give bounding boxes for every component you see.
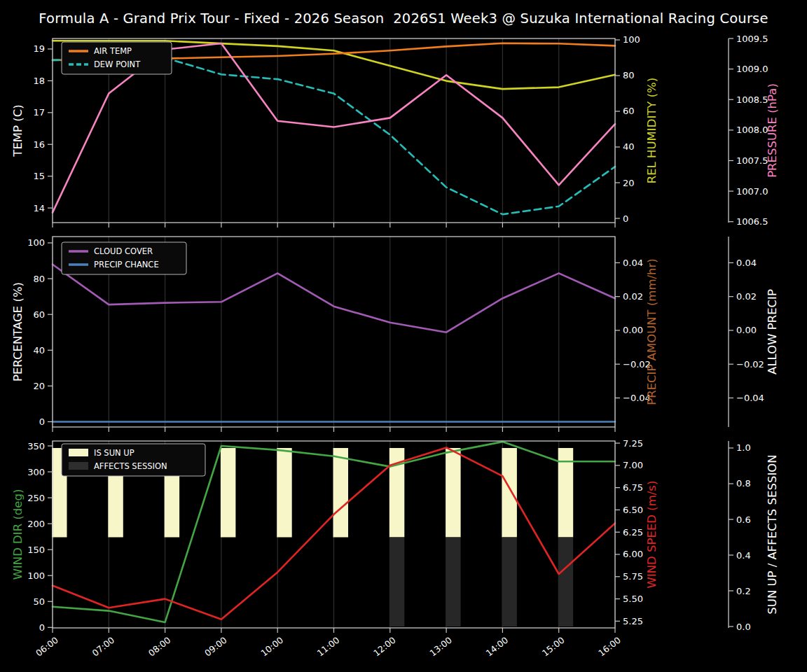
tick-label: 19 xyxy=(33,43,45,54)
tick-label: 80 xyxy=(623,70,635,80)
axis-label: WIND DIR (deg) xyxy=(11,489,25,580)
is-sun-up-bar xyxy=(221,448,236,538)
tick-label: 100 xyxy=(623,34,640,45)
tick-label: 5.25 xyxy=(623,616,643,626)
tick-label: 1.0 xyxy=(736,442,751,453)
tick-label: 17 xyxy=(33,107,45,118)
tick-label: 16 xyxy=(33,139,45,150)
x-tick-label: 08:00 xyxy=(146,635,173,659)
tick-label: 0.4 xyxy=(736,550,751,561)
tick-label: 5.75 xyxy=(623,571,643,582)
legend-label: AIR TEMP xyxy=(94,46,132,56)
x-tick-label: 16:00 xyxy=(596,635,623,659)
tick-label: 0 xyxy=(623,214,628,224)
tick-label: 0.8 xyxy=(736,478,751,489)
tick-label: 250 xyxy=(27,493,45,503)
tick-label: 7.25 xyxy=(623,438,643,449)
x-tick-label: 13:00 xyxy=(427,635,454,659)
tick-label: 200 xyxy=(27,519,45,529)
tick-label: 0 xyxy=(39,622,45,633)
tick-label: 100 xyxy=(27,237,45,248)
tick-label: 6.75 xyxy=(623,482,643,493)
legend-label: CLOUD COVER xyxy=(94,246,153,256)
tick-label: 1006.5 xyxy=(736,216,768,227)
tick-label: 0 xyxy=(39,416,45,427)
tick-label: 14 xyxy=(33,203,45,214)
axis-label: PRESSURE (hPa) xyxy=(766,83,779,178)
tick-label: 0.04 xyxy=(623,258,643,268)
tick-label: 1007.0 xyxy=(736,186,768,197)
is-sun-up-bar xyxy=(502,448,517,538)
tick-label: −0.02 xyxy=(736,359,764,370)
tick-label: −0.04 xyxy=(736,393,764,403)
tick-label: 0.6 xyxy=(736,514,751,525)
tick-label: 20 xyxy=(33,381,45,391)
tick-label: 80 xyxy=(33,274,45,284)
tick-label: 1009.5 xyxy=(736,34,768,44)
tick-label: 50 xyxy=(33,596,45,607)
legend-swatch xyxy=(69,449,88,456)
legend-label: DEW POINT xyxy=(94,59,141,69)
tick-label: 6.25 xyxy=(623,527,643,538)
axis-label: ALLOW PRECIP xyxy=(766,289,779,374)
axis-label: TEMP (C) xyxy=(11,104,25,157)
tick-label: 1009.0 xyxy=(736,64,768,74)
tick-label: 1008.0 xyxy=(736,125,768,135)
legend-label: PRECIP CHANCE xyxy=(94,260,159,270)
legend-label: AFFECTS SESSION xyxy=(94,461,167,471)
tick-label: 5.50 xyxy=(623,594,643,604)
tick-label: 0.0 xyxy=(736,622,751,632)
tick-label: 1008.5 xyxy=(736,94,768,105)
tick-label: 150 xyxy=(27,545,45,555)
axis-label: REL HUMIDITY (%) xyxy=(645,78,658,183)
legend-label: IS SUN UP xyxy=(94,448,134,458)
tick-label: 300 xyxy=(27,467,45,477)
axis-label: PRECIP AMOUNT (mm/hr) xyxy=(645,258,658,405)
tick-label: 18 xyxy=(33,76,45,86)
tick-label: 60 xyxy=(623,106,635,116)
tick-label: 15 xyxy=(33,171,45,181)
tick-label: 6.00 xyxy=(623,549,643,559)
affects-session-bar xyxy=(446,538,461,627)
affects-session-bar xyxy=(389,538,405,627)
tick-label: 0.02 xyxy=(623,291,643,302)
tick-label: 0.2 xyxy=(736,586,751,596)
tick-label: 0.04 xyxy=(736,258,757,268)
x-tick-label: 06:00 xyxy=(34,635,60,659)
x-tick-label: 11:00 xyxy=(315,635,342,659)
weather-forecast-figure: Formula A - Grand Prix Tour - Fixed - 20… xyxy=(0,0,807,672)
x-tick-label: 14:00 xyxy=(484,635,511,659)
tick-label: 0.00 xyxy=(736,325,757,335)
tick-label: 1007.5 xyxy=(736,155,768,166)
axis-label: WIND SPEED (m/s) xyxy=(645,481,658,589)
tick-label: 40 xyxy=(33,345,45,356)
tick-label: 0.02 xyxy=(736,291,757,302)
x-tick-label: 07:00 xyxy=(90,635,117,659)
legend-swatch xyxy=(69,462,88,470)
tick-label: 40 xyxy=(623,141,635,152)
x-tick-label: 12:00 xyxy=(371,635,398,659)
tick-label: 0.00 xyxy=(623,325,643,335)
charts-canvas: 1415161718190204060801001006.51007.01007… xyxy=(0,0,807,672)
x-tick-label: 15:00 xyxy=(540,635,567,659)
affects-session-bar xyxy=(558,538,574,627)
x-tick-label: 09:00 xyxy=(202,635,229,659)
is-sun-up-bar xyxy=(277,448,292,538)
tick-label: 350 xyxy=(27,441,45,451)
is-sun-up-bar xyxy=(446,448,461,538)
affects-session-bar xyxy=(502,538,517,627)
tick-label: 100 xyxy=(27,570,45,581)
tick-label: 7.00 xyxy=(623,460,643,470)
x-tick-label: 10:00 xyxy=(258,635,285,659)
tick-label: 6.50 xyxy=(623,505,643,515)
tick-label: 20 xyxy=(623,178,635,188)
axis-label: PERCENTAGE (%) xyxy=(11,282,25,382)
tick-label: 60 xyxy=(33,309,45,320)
is-sun-up-bar xyxy=(333,448,349,538)
axis-label: SUN UP / AFFECTS SESSION xyxy=(766,454,779,614)
